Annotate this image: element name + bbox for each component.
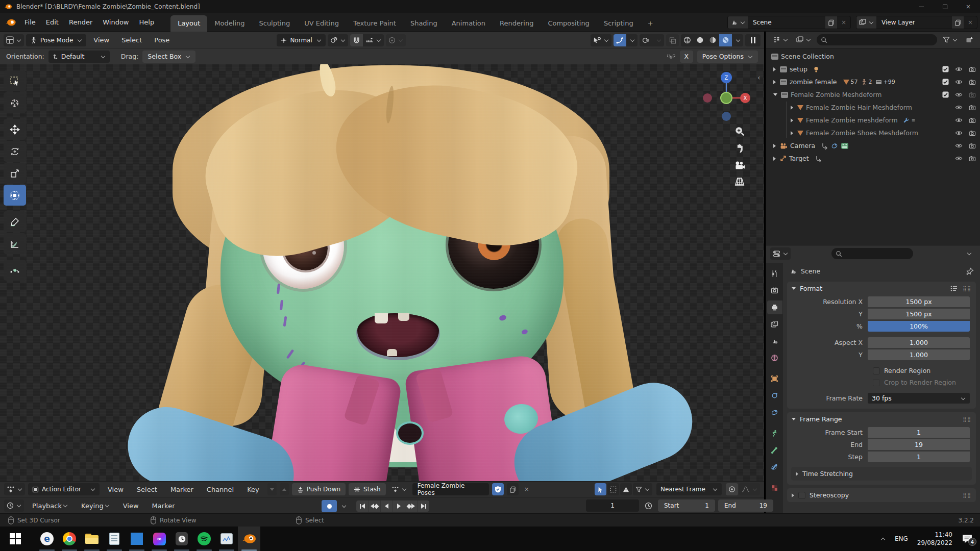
keying-menu[interactable]: Keying [76, 502, 115, 510]
gizmos-toggle[interactable] [614, 34, 626, 46]
tab-object[interactable] [767, 372, 782, 386]
render-camera-toggle[interactable] [968, 155, 976, 162]
tab-object-constraints[interactable] [767, 406, 782, 419]
breadcrumb-scene[interactable]: Scene [801, 267, 820, 275]
crop-region-checkbox[interactable] [873, 379, 880, 386]
render-camera-toggle[interactable] [968, 117, 976, 124]
hide-eye-toggle[interactable] [955, 155, 963, 162]
exclude-checkbox[interactable] [942, 91, 949, 98]
frame-end-field[interactable]: 19 [868, 439, 970, 450]
move-action-up-button[interactable] [280, 483, 289, 495]
snap-magnet-toggle[interactable] [350, 34, 363, 46]
menu-render[interactable]: Render [64, 18, 97, 26]
render-camera-toggle[interactable] [968, 104, 976, 111]
shading-material-toggle[interactable] [706, 34, 719, 46]
action-browse-button[interactable] [389, 483, 409, 495]
filter-dropdown[interactable] [633, 483, 652, 495]
tab-world[interactable] [767, 351, 782, 365]
blender-menu-icon[interactable] [5, 17, 16, 28]
tool-transform[interactable] [4, 185, 26, 206]
scene-name[interactable]: Scene [748, 19, 825, 26]
hide-eye-toggle[interactable] [955, 129, 963, 137]
row-hair-meshdeform[interactable]: Female Zombie Hair Meshdeform [766, 101, 980, 114]
properties-options-chevron[interactable] [967, 251, 971, 255]
time-stretching-header[interactable]: Time Stretching [791, 467, 972, 481]
scene-selector[interactable]: Scene × [727, 16, 851, 29]
editor-type-button[interactable] [4, 34, 24, 46]
shading-wireframe-toggle[interactable] [681, 34, 694, 46]
mirror-x-toggle[interactable]: X [680, 51, 693, 63]
snap-with-dropdown[interactable] [363, 34, 384, 46]
taskbar-adobe-cc-icon[interactable]: ∞ [148, 527, 170, 551]
panel-grip-icon[interactable]: ⣿⣿ [963, 492, 971, 498]
stereoscopy-checkbox[interactable] [798, 492, 805, 499]
tab-compositing[interactable]: Compositing [541, 15, 597, 32]
transform-orientation-dropdown[interactable]: Normal [277, 34, 325, 46]
tool-select-box[interactable] [4, 70, 26, 91]
overlays-dropdown[interactable] [653, 34, 664, 46]
play-button[interactable] [393, 500, 405, 512]
expand-icon[interactable] [773, 157, 776, 161]
tab-output[interactable] [767, 300, 782, 314]
mode-dropdown[interactable]: Pose Mode [26, 34, 86, 46]
pause-render-button[interactable] [745, 34, 761, 46]
play-reverse-button[interactable] [381, 500, 393, 512]
tool-measure[interactable] [4, 233, 26, 254]
frame-start-field[interactable]: 1 [868, 427, 970, 438]
menu-view[interactable]: View [88, 36, 114, 44]
expand-icon[interactable] [791, 118, 793, 122]
overlays-toggle[interactable] [640, 34, 653, 46]
tab-bone-constraints[interactable] [767, 460, 782, 474]
navigation-gizmo[interactable]: Z X [698, 66, 754, 123]
frame-step-field[interactable]: 1 [868, 452, 970, 462]
zoom-icon[interactable] [734, 126, 745, 137]
frame-end-range-field[interactable]: End19 [718, 499, 773, 512]
frame-start-range-field[interactable]: Start1 [658, 499, 715, 512]
notification-center-button[interactable]: 4 [962, 534, 973, 544]
errors-filter-toggle[interactable] [620, 483, 632, 495]
auto-keying-dropdown[interactable] [338, 500, 349, 512]
camera-view-icon[interactable] [734, 160, 745, 170]
expand-icon[interactable] [773, 80, 776, 84]
outliner-search-input[interactable] [817, 34, 937, 45]
menu-edit[interactable]: Edit [41, 18, 64, 26]
row-shoes-meshdeform[interactable]: Female Zombie Shoes Meshdeform [766, 127, 980, 139]
properties-search-input[interactable] [831, 248, 913, 259]
pose-options-dropdown[interactable]: Pose Options [697, 51, 758, 63]
new-action-button[interactable] [507, 483, 519, 495]
taskbar-browser-icon[interactable]: e [36, 527, 58, 551]
transform-pivot-button[interactable] [328, 34, 348, 46]
tab-tool[interactable] [767, 267, 782, 281]
shading-dropdown[interactable] [732, 34, 743, 46]
taskbar-task-manager-icon[interactable] [215, 527, 238, 551]
view-layer-icon[interactable] [856, 16, 876, 29]
falloff-dropdown[interactable] [739, 483, 760, 495]
frame-rate-dropdown[interactable]: 30 fps [868, 393, 970, 404]
render-region-checkbox[interactable] [873, 367, 880, 374]
only-selected-toggle[interactable] [595, 483, 606, 495]
expand-icon[interactable] [791, 131, 793, 135]
hide-eye-toggle[interactable] [955, 91, 963, 98]
tab-scene[interactable] [767, 334, 782, 348]
add-workspace-button[interactable]: + [641, 15, 660, 32]
stereoscopy-header[interactable]: Stereoscopy ⣿⣿ [787, 488, 976, 502]
tab-view-layer[interactable] [767, 317, 782, 331]
taskbar-spotify-icon[interactable] [193, 527, 215, 551]
start-button[interactable] [4, 527, 27, 551]
render-camera-toggle[interactable] [968, 142, 976, 149]
jump-to-end-button[interactable] [418, 500, 429, 512]
proportional-editing-toggle[interactable] [386, 34, 406, 46]
tab-scripting[interactable]: Scripting [597, 15, 641, 32]
tool-move[interactable] [4, 119, 26, 140]
menu-pose[interactable]: Pose [149, 36, 175, 44]
push-down-button[interactable]: Push Down [292, 483, 346, 495]
properties-editor-type-button[interactable] [770, 247, 791, 260]
render-camera-toggle[interactable] [968, 66, 976, 73]
expand-icon[interactable] [791, 106, 793, 110]
remove-view-layer-icon[interactable]: × [964, 19, 977, 26]
tray-clock[interactable]: 11:40 29/08/2022 [917, 531, 952, 547]
exclude-checkbox[interactable] [942, 66, 949, 72]
sidebar-toggle[interactable]: ‹ [757, 73, 761, 82]
tab-sculpting[interactable]: Sculpting [252, 15, 297, 32]
snap-dropdown[interactable]: Nearest Frame [656, 483, 722, 495]
